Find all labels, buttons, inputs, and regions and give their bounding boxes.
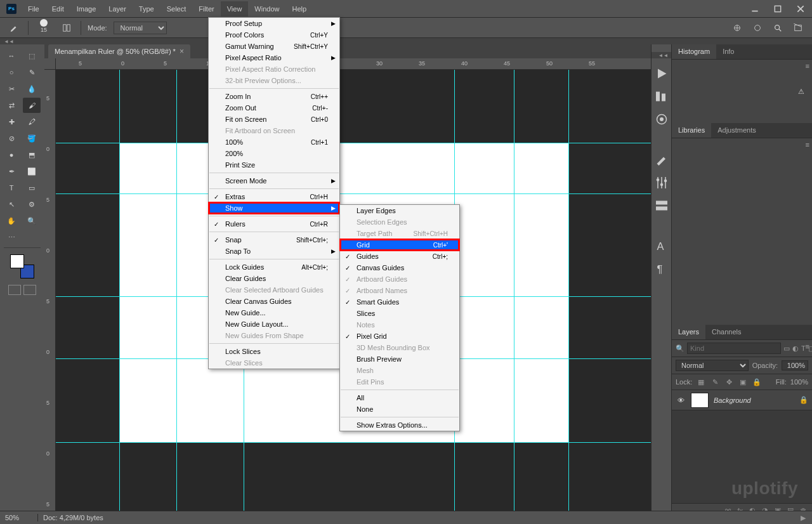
adjustments-icon[interactable] xyxy=(654,175,669,190)
collapse-arrow-right[interactable]: ◄◄ xyxy=(652,52,671,58)
warning-icon[interactable]: ⚠ xyxy=(798,88,812,96)
guide-vertical[interactable] xyxy=(514,70,514,517)
layer-name[interactable]: Background xyxy=(714,396,794,404)
menu-item-fit-on-screen[interactable]: Fit on ScreenCtrl+0 xyxy=(209,114,339,125)
menu-item-pixel-grid[interactable]: ✓Pixel Grid xyxy=(340,331,459,342)
tool-crop[interactable]: ✂ xyxy=(3,81,20,96)
tab-info[interactable]: Info xyxy=(716,44,740,59)
tool-zoom[interactable]: 🔍 xyxy=(23,213,41,228)
menu-item-lock-guides[interactable]: Lock GuidesAlt+Ctrl+; xyxy=(209,261,339,273)
tab-adjustments[interactable]: Adjustments xyxy=(711,123,763,138)
search-icon[interactable] xyxy=(770,20,785,36)
tab-channels[interactable]: Channels xyxy=(705,325,747,339)
lock-artboard-icon[interactable]: ▣ xyxy=(738,377,748,387)
tool-[interactable] xyxy=(23,230,41,245)
menu-item-100-[interactable]: 100%Ctrl+1 xyxy=(209,136,339,148)
menu-item-none[interactable]: None xyxy=(340,403,459,415)
tool-brush[interactable]: 🖌 xyxy=(23,98,41,113)
close-button[interactable] xyxy=(789,0,812,17)
guide-horizontal[interactable] xyxy=(56,193,651,194)
menu-item-brush-preview[interactable]: Brush Preview xyxy=(340,353,459,365)
tool-eyedropper[interactable]: 💧 xyxy=(23,81,41,96)
menu-window[interactable]: Window xyxy=(248,1,285,16)
brushes-icon[interactable] xyxy=(654,152,669,167)
tool-patch[interactable]: ⇄ xyxy=(3,98,20,113)
brush-settings-icon[interactable] xyxy=(59,20,74,36)
brush-option-icon-2[interactable] xyxy=(750,20,765,36)
tool-gradient[interactable]: ⬒ xyxy=(23,147,41,162)
lock-transparent-icon[interactable]: ▦ xyxy=(696,377,706,387)
tool-dodge[interactable]: ● xyxy=(3,147,20,162)
menu-item-show-extras-options-[interactable]: Show Extras Options... xyxy=(340,419,459,431)
tool-pencil[interactable]: ✎ xyxy=(23,65,41,80)
brush-option-icon-1[interactable] xyxy=(730,20,745,36)
brush-preview[interactable]: 15 xyxy=(35,19,53,37)
lock-position-icon[interactable]: ✥ xyxy=(724,377,734,387)
tool-heal[interactable]: ✚ xyxy=(3,114,20,129)
paragraph-icon[interactable]: ¶ xyxy=(654,261,669,277)
ruler-horizontal[interactable]: 50510152025303540455055 xyxy=(56,58,651,70)
menu-filter[interactable]: Filter xyxy=(192,1,220,16)
character-icon[interactable]: A xyxy=(654,239,669,254)
styles-icon[interactable] xyxy=(654,198,669,213)
menu-item-pixel-aspect-ratio[interactable]: Pixel Aspect Ratio▶ xyxy=(209,52,339,63)
chevron-right-icon[interactable]: ▶ xyxy=(794,514,812,522)
screen-mode-icon[interactable] xyxy=(23,285,36,295)
play-icon[interactable] xyxy=(654,66,669,81)
filter-pixel-icon[interactable]: ▭ xyxy=(783,343,790,353)
layer-filter-input[interactable] xyxy=(687,343,781,354)
maximize-button[interactable] xyxy=(766,0,789,17)
color-swatches[interactable] xyxy=(10,254,34,278)
tab-histogram[interactable]: Histogram xyxy=(672,44,716,59)
menu-item-rulers[interactable]: ✓RulersCtrl+R xyxy=(209,218,339,230)
document-tab[interactable]: Menampilkan Ruler @ 50% (RGB/8#) * × xyxy=(48,44,190,58)
tool-shape[interactable]: ⬜ xyxy=(23,164,41,179)
blend-mode-select[interactable]: Normal xyxy=(114,22,167,34)
menu-item-zoom-out[interactable]: Zoom OutCtrl+- xyxy=(209,102,339,114)
menu-item-new-guide-layout-[interactable]: New Guide Layout... xyxy=(209,318,339,330)
menu-item-200-[interactable]: 200% xyxy=(209,148,339,159)
panel-menu-icon[interactable]: ≡ xyxy=(806,343,809,350)
menu-select[interactable]: Select xyxy=(160,1,193,16)
menu-view[interactable]: View xyxy=(221,1,249,16)
menu-item-clear-canvas-guides[interactable]: Clear Canvas Guides xyxy=(209,296,339,307)
tool-pen[interactable]: ✒ xyxy=(3,164,20,179)
menu-item-snap[interactable]: ✓SnapShift+Ctrl+; xyxy=(209,234,339,246)
menu-item-slices[interactable]: Slices xyxy=(340,308,459,319)
status-zoom[interactable]: 50% xyxy=(0,514,38,521)
lock-brush-icon[interactable]: ✎ xyxy=(710,377,720,387)
guide-vertical[interactable] xyxy=(176,70,177,517)
visibility-icon[interactable]: 👁 xyxy=(676,396,686,404)
menu-item-print-size[interactable]: Print Size xyxy=(209,159,339,171)
menu-layer[interactable]: Layer xyxy=(102,1,133,16)
tool-rectangle[interactable]: ▭ xyxy=(23,180,41,195)
menu-item-screen-mode[interactable]: Screen Mode▶ xyxy=(209,175,339,187)
menu-item-guides[interactable]: ✓GuidesCtrl+; xyxy=(340,251,459,262)
layer-blend-select[interactable]: Normal xyxy=(676,360,749,371)
menu-file[interactable]: File xyxy=(22,1,46,16)
menu-help[interactable]: Help xyxy=(285,1,313,16)
collapse-arrow-left[interactable]: ◄◄ xyxy=(0,38,812,44)
guide-vertical[interactable] xyxy=(119,70,120,517)
status-doc-info[interactable]: Doc: 4,29M/0 bytes xyxy=(38,514,794,521)
tab-layers[interactable]: Layers xyxy=(672,325,705,339)
guide-horizontal[interactable] xyxy=(56,143,651,143)
guide-vertical[interactable] xyxy=(568,70,569,517)
filter-adjust-icon[interactable]: ◐ xyxy=(792,343,799,353)
menu-edit[interactable]: Edit xyxy=(46,1,70,16)
properties-icon[interactable] xyxy=(654,112,669,127)
fill-value[interactable]: 100% xyxy=(790,378,808,386)
workspace-switcher-icon[interactable] xyxy=(790,20,806,36)
menu-item-layer-edges[interactable]: Layer Edges xyxy=(340,205,459,216)
menu-image[interactable]: Image xyxy=(70,1,103,16)
layer-row[interactable]: 👁 Background 🔒 xyxy=(672,390,812,410)
tool-clone[interactable]: 🖍 xyxy=(23,114,41,129)
menu-item-clear-guides[interactable]: Clear Guides xyxy=(209,273,339,284)
menu-item-show[interactable]: Show▶ xyxy=(209,202,339,214)
lock-all-icon[interactable]: 🔒 xyxy=(752,377,762,387)
tool-type[interactable]: T xyxy=(3,180,20,195)
tool-hand[interactable]: ✋ xyxy=(3,213,20,228)
minimize-button[interactable] xyxy=(743,0,766,17)
panel-menu-icon[interactable]: ≡ xyxy=(806,141,809,148)
quick-mask-icon[interactable] xyxy=(8,285,21,295)
